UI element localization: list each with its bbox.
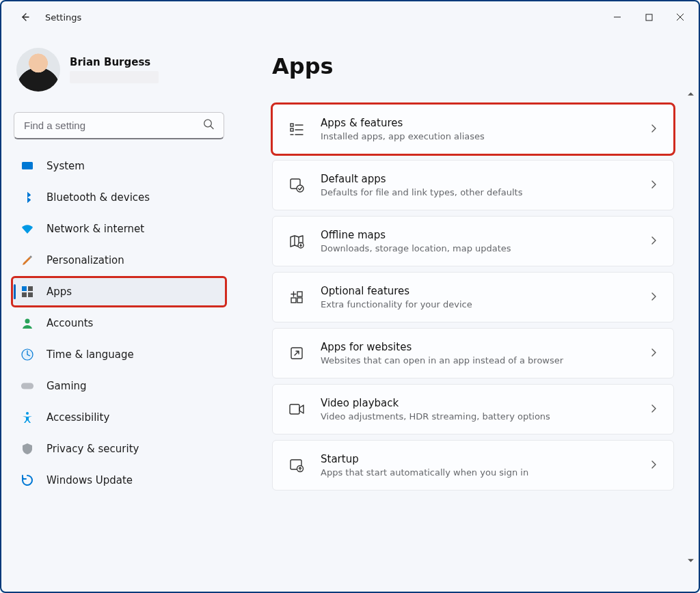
search-icon <box>203 119 215 133</box>
open-in-app-icon <box>288 344 306 362</box>
chevron-right-icon <box>649 403 658 416</box>
chevron-right-icon <box>649 347 658 360</box>
card-default-apps[interactable]: Default apps Defaults for file and link … <box>272 160 674 210</box>
controller-icon <box>21 379 34 393</box>
sidebar-item-label: Accessibility <box>46 411 109 424</box>
video-icon <box>288 400 306 418</box>
card-title: Optional features <box>321 285 472 297</box>
svg-point-1 <box>204 120 212 127</box>
back-button[interactable] <box>14 6 36 28</box>
startup-icon <box>288 456 306 474</box>
sidebar-item-label: Network & internet <box>46 223 144 235</box>
sidebar-item-network[interactable]: Network & internet <box>12 215 226 243</box>
search-box[interactable] <box>14 112 224 139</box>
minimize-button[interactable] <box>602 3 633 31</box>
person-icon <box>21 316 34 330</box>
sidebar: Brian Burgess System Bluetooth & devices… <box>3 33 235 592</box>
profile-email-placeholder <box>70 71 159 83</box>
card-subtitle: Apps that start automatically when you s… <box>321 467 528 478</box>
sidebar-nav: System Bluetooth & devices Network & int… <box>12 152 226 495</box>
svg-rect-12 <box>291 128 293 131</box>
svg-point-10 <box>26 412 29 415</box>
sidebar-item-time[interactable]: Time & language <box>12 340 226 369</box>
card-video-playback[interactable]: Video playback Video adjustments, HDR st… <box>272 384 674 435</box>
maximize-button[interactable] <box>633 3 664 31</box>
avatar <box>16 48 60 92</box>
svg-rect-16 <box>291 298 296 303</box>
bluetooth-icon <box>21 191 34 204</box>
list-icon <box>288 120 306 138</box>
sidebar-item-label: Windows Update <box>46 474 133 486</box>
svg-rect-17 <box>297 298 302 303</box>
main-content: Apps Apps & features Installed apps, app… <box>235 33 699 592</box>
window-buttons <box>602 3 696 31</box>
sidebar-item-accounts[interactable]: Accounts <box>12 309 226 337</box>
chevron-right-icon <box>649 291 658 304</box>
card-apps-websites[interactable]: Apps for websites Websites that can open… <box>272 328 674 378</box>
sidebar-item-update[interactable]: Windows Update <box>12 466 226 495</box>
card-offline-maps[interactable]: Offline maps Downloads, storage location… <box>272 216 674 266</box>
card-subtitle: Installed apps, app execution aliases <box>321 131 485 141</box>
card-startup[interactable]: Startup Apps that start automatically wh… <box>272 440 674 491</box>
update-icon <box>21 473 34 487</box>
svg-rect-18 <box>297 292 302 296</box>
card-subtitle: Websites that can open in an app instead… <box>321 355 563 366</box>
default-apps-icon <box>288 176 306 194</box>
grid-add-icon <box>288 288 306 306</box>
minimize-icon <box>613 13 621 21</box>
svg-rect-11 <box>291 124 293 126</box>
sidebar-item-privacy[interactable]: Privacy & security <box>12 435 226 463</box>
sidebar-item-label: System <box>46 160 85 172</box>
card-title: Video playback <box>321 397 550 409</box>
card-title: Offline maps <box>321 229 511 241</box>
sidebar-item-personalization[interactable]: Personalization <box>12 246 226 275</box>
profile-block[interactable]: Brian Burgess <box>12 44 226 107</box>
settings-card-list: Apps & features Installed apps, app exec… <box>272 104 682 491</box>
display-icon <box>21 159 34 173</box>
window-title: Settings <box>45 12 81 23</box>
sidebar-item-apps[interactable]: Apps <box>12 277 226 306</box>
sidebar-item-label: Gaming <box>46 380 87 392</box>
map-icon <box>288 232 306 250</box>
svg-rect-6 <box>28 292 33 297</box>
card-subtitle: Video adjustments, HDR streaming, batter… <box>321 411 550 422</box>
sidebar-item-label: Privacy & security <box>46 443 139 455</box>
card-apps-features[interactable]: Apps & features Installed apps, app exec… <box>272 104 674 154</box>
card-subtitle: Downloads, storage location, map updates <box>321 243 511 253</box>
svg-rect-2 <box>22 162 33 169</box>
chevron-right-icon <box>649 235 658 248</box>
svg-rect-0 <box>646 14 652 20</box>
scroll-up-icon <box>687 90 695 98</box>
svg-rect-9 <box>21 383 33 389</box>
card-title: Apps for websites <box>321 341 563 353</box>
titlebar: Settings <box>1 1 699 33</box>
card-title: Apps & features <box>321 117 485 129</box>
card-title: Default apps <box>321 173 522 185</box>
wifi-icon <box>21 222 34 236</box>
close-icon <box>676 13 684 21</box>
page-title: Apps <box>272 53 682 79</box>
sidebar-item-bluetooth[interactable]: Bluetooth & devices <box>12 183 226 212</box>
sidebar-item-label: Apps <box>46 286 72 298</box>
svg-rect-5 <box>22 292 27 297</box>
profile-name: Brian Burgess <box>70 56 159 68</box>
svg-rect-20 <box>290 404 299 414</box>
apps-icon <box>21 285 34 299</box>
scroll-down-icon <box>687 557 695 564</box>
chevron-right-icon <box>649 459 658 472</box>
scrollbar[interactable] <box>685 1 696 592</box>
svg-point-7 <box>25 319 30 324</box>
card-title: Startup <box>321 453 528 465</box>
svg-point-14 <box>297 185 304 192</box>
card-subtitle: Defaults for file and link types, other … <box>321 187 522 197</box>
sidebar-item-label: Time & language <box>46 348 134 361</box>
accessibility-icon <box>21 411 34 424</box>
shield-icon <box>21 442 34 456</box>
sidebar-item-accessibility[interactable]: Accessibility <box>12 403 226 432</box>
chevron-right-icon <box>649 123 658 136</box>
sidebar-item-system[interactable]: System <box>12 152 226 180</box>
card-optional-features[interactable]: Optional features Extra functionality fo… <box>272 272 674 322</box>
search-input[interactable] <box>14 112 224 139</box>
sidebar-item-gaming[interactable]: Gaming <box>12 372 226 400</box>
sidebar-item-label: Personalization <box>46 254 124 266</box>
